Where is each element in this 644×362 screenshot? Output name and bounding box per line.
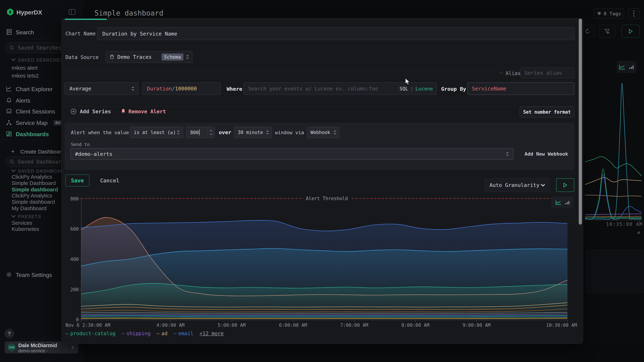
chart-name-input[interactable] (97, 27, 574, 40)
text-caret (199, 129, 200, 135)
legend-label: shipping (126, 331, 150, 337)
dashboard-list-item-active[interactable]: Simple dashboard (12, 186, 58, 193)
dashboard-list-item[interactable]: Simple Dashboard (12, 180, 56, 186)
saved-searches-header[interactable]: SAVED SEARCHES (18, 57, 64, 63)
chevron-down-icon[interactable] (11, 58, 16, 61)
set-number-format-label: Set number format (523, 109, 571, 115)
remove-alert-button[interactable]: Remove Alert (120, 108, 166, 115)
alias-dash (499, 73, 503, 73)
database-icon (110, 54, 114, 59)
data-source-value: Demo Traces (117, 54, 152, 60)
bar-chart-icon[interactable] (565, 200, 570, 205)
dashboard-list-item[interactable]: Simple dashboard (12, 199, 55, 205)
spinner-up-icon[interactable] (210, 130, 213, 132)
legend-item[interactable]: —product-catalog (66, 331, 116, 337)
scrollbar-thumb[interactable] (579, 18, 582, 225)
preset-item[interactable]: Services (12, 220, 32, 226)
y-axis-label: 0 (62, 317, 79, 322)
legend-label: product-catalog (70, 331, 116, 337)
spinner-down-icon[interactable] (210, 133, 213, 135)
alert-condition-select[interactable]: is at least (≥) (130, 127, 183, 138)
line-chart-icon[interactable] (556, 200, 562, 205)
line-chart-icon[interactable] (619, 64, 626, 70)
set-number-format-button[interactable]: Set number format (520, 107, 574, 118)
saved-searches-input[interactable] (17, 44, 68, 51)
background-panel-2 (586, 250, 644, 293)
dashboards-icon (6, 131, 12, 137)
x-tick (232, 320, 232, 322)
alert-threshold-input[interactable]: 800 (186, 127, 215, 138)
field-input[interactable]: Duration/1000000 (142, 82, 221, 95)
brand-name: HyperDX (16, 9, 42, 16)
header-run-button[interactable] (622, 25, 640, 38)
aggregation-select[interactable]: Average (64, 82, 138, 95)
modal-scrollbar[interactable] (579, 18, 582, 344)
y-axis-label: 800 (62, 196, 79, 201)
kebab-icon (633, 10, 634, 17)
saved-dashboards-input[interactable] (17, 159, 68, 165)
filter-edit-icon (604, 28, 610, 34)
saved-search-item[interactable]: mikes alert (12, 65, 38, 71)
chart-name-label: Chart Name (66, 31, 96, 37)
sidebar-toggle-button[interactable] (69, 9, 76, 16)
presets-header[interactable]: PRESETS (18, 214, 41, 219)
sidebar-item-alerts[interactable]: Alerts (16, 97, 30, 104)
chart-name-value[interactable] (102, 30, 570, 37)
legend-more-label: +12 more (200, 331, 224, 337)
duration-chart[interactable] (81, 196, 568, 321)
dashboard-list-item[interactable]: My Dashboard (12, 205, 46, 211)
dashboard-list-item[interactable]: ClickPy Analytics (12, 174, 52, 180)
filter-button[interactable] (599, 25, 615, 38)
x-tick (476, 320, 477, 322)
more-options-button[interactable] (628, 8, 640, 19)
legend-item[interactable]: —shipping (122, 331, 150, 337)
service-map-icon (6, 120, 12, 126)
sidebar-item-chart-explorer[interactable]: Chart Explorer (16, 86, 52, 93)
sidebar-item-dashboards[interactable]: Dashboards (16, 131, 49, 138)
alert-window-select[interactable]: 30 minute (234, 127, 272, 138)
alert-threshold-value: 800 (190, 130, 199, 135)
alias-value[interactable] (524, 70, 570, 76)
lucene-toggle[interactable]: Lucene (416, 86, 433, 91)
select-chevrons-icon (176, 130, 180, 135)
legend-item[interactable]: —email (174, 331, 194, 337)
granularity-select[interactable]: Auto Granularity (484, 178, 550, 192)
where-input[interactable] (248, 86, 397, 92)
sql-toggle[interactable]: SQL (400, 86, 408, 91)
add-new-webhook-button[interactable]: Add New Webhook (524, 151, 568, 157)
legend-item[interactable]: —ad (156, 331, 168, 337)
sidebar-item-team-settings[interactable]: Team Settings (16, 272, 52, 278)
tags-button-label: 0 Tags (604, 11, 621, 16)
resize-handle-icon[interactable] (637, 231, 640, 234)
select-chevrons-icon (266, 130, 270, 135)
alert-channel-select[interactable]: Webhook (307, 127, 339, 138)
preset-item[interactable]: Kubernetes (12, 226, 39, 232)
alert-window-value: 30 minute (238, 130, 263, 135)
cancel-button[interactable]: Cancel (100, 178, 119, 184)
sidebar-item-search[interactable]: Search (16, 29, 34, 36)
save-button[interactable]: Save (66, 175, 89, 186)
modal-divider (62, 106, 583, 107)
add-series-button[interactable]: Add Series (70, 108, 111, 115)
sidebar-item-client-sessions[interactable]: Client Sessions (16, 108, 55, 115)
sidebar-item-service-map[interactable]: Service Map BETA (16, 120, 48, 126)
dashboard-list-item[interactable]: ClickPy Analytics (12, 193, 52, 199)
play-icon (628, 29, 633, 34)
data-source-select[interactable]: Demo Traces Schema (106, 51, 192, 63)
group-by-input[interactable]: ServiceName (468, 82, 574, 95)
create-dashboard-button[interactable]: + Create Dashboard (11, 148, 64, 155)
help-button[interactable]: ? (4, 329, 14, 339)
chevron-down-icon[interactable] (11, 215, 16, 218)
chevron-down-icon[interactable] (11, 169, 16, 172)
run-query-button[interactable] (556, 178, 574, 192)
bar-chart-icon[interactable] (628, 64, 634, 69)
y-axis-label: 200 (62, 287, 79, 292)
x-tick (170, 320, 171, 322)
webhook-select[interactable]: #demo-alerts (70, 148, 514, 160)
toggle-divider: | (410, 86, 413, 91)
number-spinner[interactable] (208, 127, 214, 138)
tags-button[interactable]: 0 Tags (594, 8, 624, 19)
legend-more-button[interactable]: +12 more (200, 331, 224, 337)
alias-input[interactable] (520, 68, 574, 78)
saved-search-item[interactable]: mikes tets2 (12, 73, 39, 79)
